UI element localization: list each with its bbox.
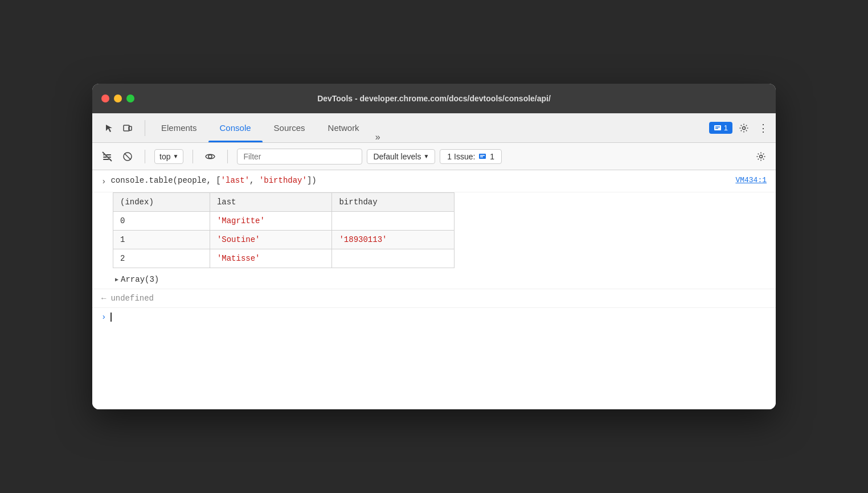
minimize-button[interactable] xyxy=(114,95,122,102)
return-value-row: ← undefined xyxy=(92,289,776,307)
console-toolbar: top ▼ Default levels ▼ 1 Issue: 1 xyxy=(92,143,776,170)
maximize-button[interactable] xyxy=(126,95,134,102)
issues-counter[interactable]: 1 Issue: 1 xyxy=(440,149,502,164)
window-title: DevTools - developer.chrome.com/docs/dev… xyxy=(317,94,551,103)
settings-gear-icon xyxy=(756,151,766,162)
cell-birthday-1: '18930113' xyxy=(332,231,455,249)
return-value: undefined xyxy=(110,294,154,303)
cell-birthday-0 xyxy=(332,212,455,231)
table-row: 1 'Soutine' '18930113' xyxy=(113,231,455,249)
col-header-birthday: birthday xyxy=(332,193,455,212)
tab-elements[interactable]: Elements xyxy=(150,113,208,142)
tab-right-icons: 1 ⋮ xyxy=(709,120,771,136)
clear-icon xyxy=(102,151,112,162)
settings-icon[interactable] xyxy=(736,120,752,136)
dropdown-arrow-icon: ▼ xyxy=(173,153,178,159)
svg-point-13 xyxy=(760,155,763,158)
tab-bar: Elements Console Sources Network » 1 xyxy=(92,113,776,143)
watch-expressions-icon xyxy=(205,151,215,162)
cell-index-2: 2 xyxy=(113,249,210,268)
col-header-index: (index) xyxy=(113,193,210,212)
levels-dropdown-icon: ▼ xyxy=(423,153,429,159)
expand-icon[interactable]: › xyxy=(101,177,106,186)
log-levels-selector[interactable]: Default levels ▼ xyxy=(367,149,435,164)
filter-input[interactable] xyxy=(237,149,362,165)
tab-network[interactable]: Network xyxy=(317,113,371,142)
context-selector[interactable]: top ▼ xyxy=(154,149,183,164)
message-icon xyxy=(714,125,722,132)
console-settings-icon[interactable] xyxy=(753,149,769,165)
more-tabs-button[interactable]: » xyxy=(371,132,385,142)
tab-console[interactable]: Console xyxy=(208,113,263,142)
array-expandable[interactable]: ▶ Array(3) xyxy=(113,273,767,289)
tab-bar-left-icons xyxy=(97,120,140,136)
cell-last-2: 'Matisse' xyxy=(210,249,332,268)
inspect-element-icon[interactable] xyxy=(101,120,117,136)
svg-rect-2 xyxy=(714,125,721,130)
console-input-row[interactable]: › xyxy=(92,307,776,326)
array-label: Array(3) xyxy=(121,275,159,284)
cell-last-0: 'Magritte' xyxy=(210,212,332,231)
vm-link[interactable]: VM434:1 xyxy=(735,176,767,184)
close-button[interactable] xyxy=(101,95,109,102)
svg-point-11 xyxy=(208,155,212,158)
cell-index-1: 1 xyxy=(113,231,210,249)
devtools-window: DevTools - developer.chrome.com/docs/dev… xyxy=(92,84,776,409)
svg-rect-1 xyxy=(129,126,132,130)
col-header-last: last xyxy=(210,193,332,212)
return-arrow-icon: ← xyxy=(101,294,106,303)
cell-index-0: 0 xyxy=(113,212,210,231)
cell-birthday-2 xyxy=(332,249,455,268)
gear-icon xyxy=(739,123,749,133)
toolbar-divider3 xyxy=(227,150,228,163)
device-toolbar-icon[interactable] xyxy=(120,120,136,136)
console-output: › console.table(people, ['last', 'birthd… xyxy=(92,170,776,409)
toolbar-divider2 xyxy=(193,150,193,163)
message-badge[interactable]: 1 xyxy=(709,122,732,134)
svg-line-10 xyxy=(125,153,131,159)
console-table: (index) last birthday 0 'Magritte' 1 'So… xyxy=(113,192,455,268)
clear-console-button[interactable] xyxy=(99,149,115,165)
console-command-text: console.table(people, ['last', 'birthday… xyxy=(110,176,316,185)
block-icon xyxy=(122,151,133,162)
cell-last-1: 'Soutine' xyxy=(210,231,332,249)
block-network-button[interactable] xyxy=(120,149,136,165)
more-options-icon[interactable]: ⋮ xyxy=(755,120,771,136)
console-table-wrapper: (index) last birthday 0 'Magritte' 1 'So… xyxy=(92,192,776,289)
svg-rect-12 xyxy=(479,154,486,159)
svg-point-3 xyxy=(743,126,746,129)
traffic-lights xyxy=(101,95,134,102)
input-prompt-icon: › xyxy=(101,313,106,322)
eye-icon[interactable] xyxy=(202,149,218,165)
tab-divider xyxy=(145,120,145,136)
table-row: 0 'Magritte' xyxy=(113,212,455,231)
toolbar-divider xyxy=(145,150,145,163)
table-row: 2 'Matisse' xyxy=(113,249,455,268)
tabs: Elements Console Sources Network » xyxy=(150,113,385,142)
title-bar: DevTools - developer.chrome.com/docs/dev… xyxy=(92,84,776,113)
console-command-row: › console.table(people, ['last', 'birthd… xyxy=(92,170,776,192)
tab-sources[interactable]: Sources xyxy=(263,113,317,142)
triangle-icon: ▶ xyxy=(115,276,118,283)
text-cursor xyxy=(110,313,112,322)
issue-message-icon xyxy=(478,153,486,160)
